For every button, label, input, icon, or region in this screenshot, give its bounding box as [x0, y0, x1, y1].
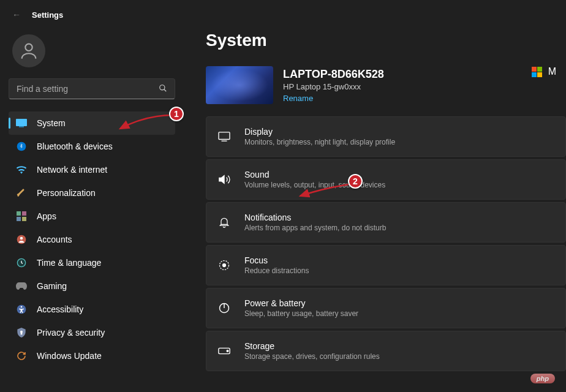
sidebar-item-label: System: [37, 118, 66, 128]
bell-icon: [217, 216, 231, 228]
setting-title: Display: [244, 127, 395, 137]
setting-desc: Sleep, battery usage, battery saver: [244, 309, 358, 318]
sidebar-item-label: Accessibility: [37, 304, 83, 314]
update-icon: [16, 350, 27, 361]
sidebar-item-network[interactable]: Network & internet: [9, 158, 175, 181]
watermark: php: [530, 374, 555, 383]
sidebar-item-label: Windows Update: [37, 351, 102, 361]
setting-storage[interactable]: StorageStorage space, drives, configurat…: [206, 331, 566, 371]
bluetooth-icon: [16, 141, 27, 152]
setting-desc: Alerts from apps and system, do not dist…: [244, 224, 386, 232]
setting-title: Storage: [244, 341, 380, 351]
sidebar-item-label: Bluetooth & devices: [37, 141, 113, 151]
svg-rect-16: [21, 333, 23, 334]
svg-point-24: [227, 350, 228, 352]
search-input[interactable]: [17, 84, 159, 94]
svg-rect-6: [17, 211, 21, 216]
setting-title: Notifications: [244, 213, 386, 222]
microsoft-icon: [532, 67, 542, 77]
accounts-icon: [16, 234, 27, 245]
sidebar-item-system[interactable]: System: [9, 111, 175, 135]
sidebar-item-label: Apps: [37, 211, 56, 221]
storage-icon: [217, 347, 231, 355]
annotation-badge-1: 1: [169, 107, 184, 121]
system-icon: [16, 118, 27, 129]
wifi-icon: [16, 164, 27, 175]
ms-label: M: [548, 66, 556, 77]
apps-icon: [16, 211, 27, 222]
back-arrow-icon[interactable]: ←: [12, 10, 21, 20]
setting-title: Focus: [244, 255, 309, 265]
svg-rect-4: [19, 126, 24, 127]
device-info: LAPTOP-8D66K528 HP Laptop 15-gw0xxx Rena…: [206, 66, 566, 104]
annotation-badge-2: 2: [348, 174, 363, 189]
page-title: System: [206, 31, 566, 50]
setting-desc: Monitors, brightness, night light, displ…: [244, 138, 395, 146]
svg-rect-7: [22, 211, 26, 216]
gaming-icon: [16, 281, 27, 292]
sidebar-item-gaming[interactable]: Gaming: [9, 274, 175, 298]
svg-rect-3: [16, 119, 27, 126]
accessibility-icon: [16, 304, 27, 315]
setting-focus[interactable]: FocusReduce distractions: [206, 245, 566, 285]
setting-title: Power & battery: [244, 298, 358, 308]
rename-link[interactable]: Rename: [283, 94, 384, 103]
device-model: HP Laptop 15-gw0xxx: [283, 82, 384, 91]
user-avatar[interactable]: [12, 34, 45, 67]
svg-point-0: [25, 44, 32, 51]
svg-point-20: [223, 264, 226, 267]
sidebar-item-label: Network & internet: [37, 165, 107, 175]
sidebar-item-personalization[interactable]: Personalization: [9, 181, 175, 205]
svg-point-5: [17, 142, 26, 151]
focus-icon: [217, 259, 231, 271]
setting-sound[interactable]: SoundVolume levels, output, input, sound…: [206, 159, 566, 200]
svg-point-14: [21, 306, 23, 308]
sidebar-item-update[interactable]: Windows Update: [9, 344, 175, 368]
setting-power[interactable]: Power & batterySleep, battery usage, bat…: [206, 288, 566, 328]
shield-icon: [16, 327, 27, 338]
person-icon: [18, 40, 39, 61]
svg-rect-17: [219, 132, 230, 140]
app-title: Settings: [32, 10, 63, 20]
svg-point-1: [160, 85, 165, 89]
sidebar-item-label: Time & language: [37, 258, 101, 268]
sidebar-item-time[interactable]: Time & language: [9, 251, 175, 274]
sidebar-item-accessibility[interactable]: Accessibility: [9, 298, 175, 321]
sidebar-item-apps[interactable]: Apps: [9, 205, 175, 228]
setting-desc: Storage space, drives, configuration rul…: [244, 352, 380, 361]
setting-notifications[interactable]: NotificationsAlerts from apps and system…: [206, 202, 566, 243]
brush-icon: [16, 187, 27, 198]
device-name: LAPTOP-8D66K528: [283, 68, 384, 81]
sidebar-item-label: Accounts: [37, 235, 72, 244]
setting-title: Sound: [244, 170, 385, 179]
svg-rect-8: [17, 217, 21, 221]
setting-desc: Reduce distractions: [244, 266, 309, 275]
device-thumbnail: [206, 66, 273, 104]
setting-desc: Volume levels, output, input, sound devi…: [244, 181, 385, 189]
sidebar-item-accounts[interactable]: Accounts: [9, 228, 175, 251]
sound-icon: [217, 174, 231, 185]
clock-icon: [16, 257, 27, 268]
power-icon: [217, 302, 231, 314]
display-icon: [217, 131, 231, 142]
svg-line-2: [164, 89, 167, 91]
sidebar-item-label: Privacy & security: [37, 328, 105, 337]
sidebar-item-bluetooth[interactable]: Bluetooth & devices: [9, 135, 175, 158]
search-icon: [159, 84, 167, 94]
sidebar-item-privacy[interactable]: Privacy & security: [9, 321, 175, 344]
svg-point-11: [20, 237, 23, 240]
svg-rect-9: [22, 217, 26, 221]
sidebar-item-label: Personalization: [37, 188, 96, 198]
search-input-container[interactable]: [9, 78, 175, 99]
sidebar-item-label: Gaming: [37, 281, 67, 291]
setting-display[interactable]: DisplayMonitors, brightness, night light…: [206, 116, 566, 157]
microsoft-logo[interactable]: M: [532, 66, 556, 77]
